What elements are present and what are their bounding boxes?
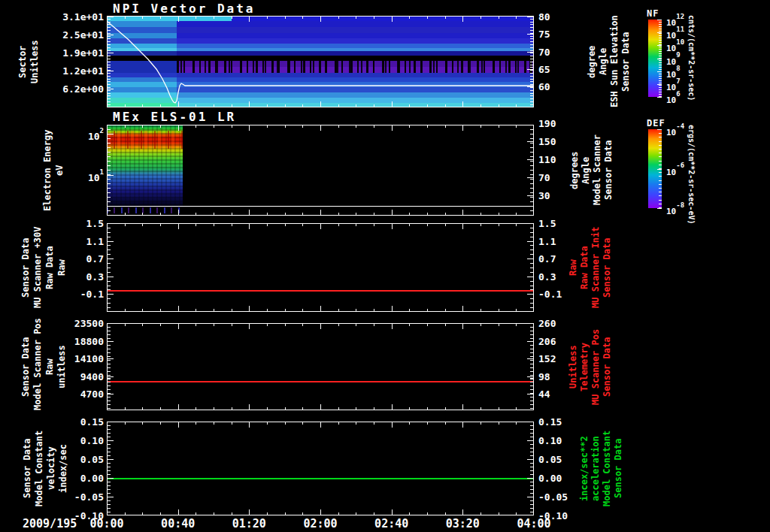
mu-scanner-30v-y-axis-label: Sensor DataMU Scanner +30VRaw DataRaw: [20, 223, 68, 312]
y-major-tick-left: [107, 175, 114, 176]
axis-label-line: acceleration: [590, 422, 602, 515]
axis-right: [533, 323, 534, 410]
els-right-tick-label: 70: [538, 173, 550, 183]
y-major-tick-left: [107, 376, 114, 377]
npi-right-axis-label: Sensor DataESH Sun ElevationAngledegree: [587, 16, 632, 107]
axis-label-line: MU Scanner Init: [590, 223, 602, 312]
axis-right: [533, 16, 534, 107]
npi-left-tick-label: 3.1e+01: [44, 12, 104, 22]
exponent: 1: [100, 168, 104, 176]
y-major-tick-left: [107, 277, 114, 277]
nf-colorbar-major-tick: [657, 71, 662, 72]
axis-top: [107, 323, 534, 324]
model-constant-right-tick-label: 0.00: [538, 473, 562, 483]
def-colorbar-tick-label: 10-4: [666, 125, 684, 137]
nf-colorbar-units: cnts/(cm**2-sr-sec): [687, 15, 696, 113]
npi-right-tick-label: 65: [538, 65, 550, 74]
axis-label-line: incex/sec**2: [579, 422, 590, 515]
x-major-ticks-top: [107, 223, 534, 229]
npi-y-axis-label: SectorUnitless: [17, 16, 41, 107]
axis-label-line: Sector: [17, 16, 29, 107]
npi-right-tick-label: 70: [538, 47, 550, 57]
axis-label-line: unitless: [56, 323, 68, 410]
time-tick-label: 01:20: [232, 517, 266, 530]
def-colorbar-major-tick: [657, 129, 662, 130]
constant-data-line: [107, 381, 534, 382]
axis-label-line: Sensor Data: [20, 223, 32, 312]
panel1-title: NPI Vector Data: [113, 2, 256, 16]
model-scanner-pos-plot-area: [107, 323, 534, 410]
axis-label-line: Raw Data: [44, 223, 56, 312]
axis-label-line: Raw Data: [579, 223, 590, 312]
def-colorbar-title: DEF: [647, 118, 665, 128]
sun-elevation-line: [107, 16, 534, 107]
nf-colorbar-title: NF: [647, 8, 659, 19]
els-right-tick-label: 30: [538, 191, 550, 201]
nf-colorbar-major-tick: [657, 45, 662, 46]
model-constant-y-axis-label: Sensor DataModel Constantvelocityindex/s…: [21, 422, 69, 515]
els-right-tick-label: 190: [538, 119, 556, 128]
axis-label-line: Sensor Data: [620, 16, 632, 107]
axis-label-line: Sensor Data: [21, 422, 33, 515]
axis-label-line: Electron Energy: [41, 125, 53, 216]
time-tick-label: 02:00: [303, 517, 337, 530]
x-major-ticks-top: [107, 323, 534, 329]
axis-label-line: degrees: [569, 125, 581, 216]
mu-scanner-30v-right-tick-label: 1.5: [538, 219, 556, 228]
mu-scanner-30v-right-axis-label: Sensor DataMU Scanner InitRaw DataRaw: [568, 223, 613, 312]
def-colorbar-major-tick: [657, 169, 662, 170]
axis-right: [533, 125, 534, 216]
mu-scanner-30v-plot-area: [107, 223, 534, 312]
axis-label-line: MU Scanner +30V: [32, 223, 44, 312]
axis-right: [533, 223, 534, 312]
axis-left: [107, 422, 108, 515]
npi-left-tick-label: 2.5e+01: [44, 30, 104, 40]
axis-label-line: Sensor Data: [602, 223, 613, 312]
y-major-tick-left: [107, 258, 114, 259]
model-scanner-pos-y-axis-label: Sensor DataModel Scanner PosRawunitless: [20, 323, 68, 410]
axis-top: [107, 422, 534, 422]
model-constant-right-tick-label: 0.05: [538, 455, 562, 464]
x-major-ticks-top: [107, 125, 534, 131]
axis-label-line: Sensor Data: [602, 323, 613, 410]
axis-label-line: Sensor Data: [603, 125, 614, 216]
els-plot-area: [107, 125, 534, 216]
npi-left-tick-label: 1.2e+01: [44, 66, 104, 76]
axis-left: [107, 125, 108, 216]
els-marker-line: [107, 206, 534, 207]
def-colorbar-major-tick: [657, 208, 662, 209]
y-major-tick-left: [107, 35, 114, 35]
y-major-tick-left: [107, 17, 114, 17]
time-tick-label: 03:20: [446, 517, 480, 530]
model-constant-right-tick-label: 0.15: [538, 417, 562, 427]
y-major-tick-left: [107, 294, 114, 295]
exponent: 12: [676, 13, 684, 20]
model-scanner-pos-right-tick-label: 44: [538, 389, 550, 399]
mu-scanner-30v-right-tick-label: -0.1: [538, 289, 562, 299]
y-major-tick-left: [107, 241, 114, 242]
els-right-axis-label: Sensor DataModel ScannerAngledegrees: [569, 125, 614, 216]
y-major-tick-left: [107, 53, 114, 53]
axis-top: [107, 223, 534, 224]
exponent: -6: [676, 162, 684, 169]
def-colorbar-units: ergs/(cm**2-sr-sec-eV): [687, 125, 696, 231]
exponent: 2: [100, 127, 104, 135]
constant-data-line: [107, 290, 534, 292]
nf-colorbar-major-tick: [657, 20, 662, 20]
constant-data-line: [107, 478, 534, 479]
model-constant-plot-area: [107, 422, 534, 515]
y-major-tick-left: [107, 459, 114, 460]
model-constant-right-axis-label: Sensor DataModel Constantaccelerationinc…: [579, 422, 624, 515]
time-tick-label: 00:00: [89, 517, 123, 530]
model-scanner-pos-right-tick-label: 152: [538, 354, 556, 364]
axis-top: [107, 16, 534, 17]
axis-label-line: index/sec: [57, 422, 69, 515]
els-right-tick-label: 150: [538, 137, 556, 147]
axis-bottom: [107, 311, 534, 312]
npi-right-tick-label: 75: [538, 29, 550, 39]
model-scanner-pos-right-tick-label: 206: [538, 337, 556, 346]
axis-label-line: Angle: [598, 16, 609, 107]
model-scanner-pos-right-tick-label: 260: [538, 319, 556, 328]
els-y-axis-label: Electron EnergyeV: [41, 125, 65, 216]
nf-colorbar-major-tick: [657, 84, 662, 85]
